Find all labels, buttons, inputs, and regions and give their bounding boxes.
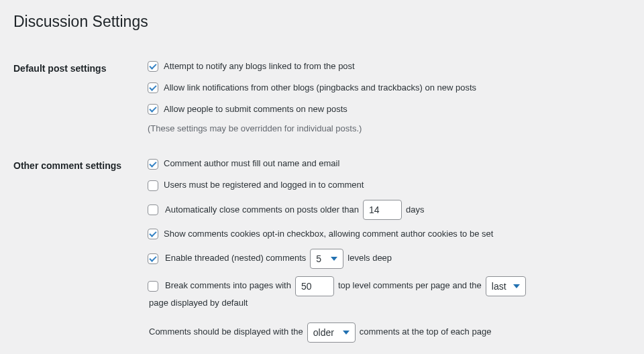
select-default-page[interactable]: last [486,276,526,296]
checkbox-threaded[interactable] [148,253,158,264]
input-comments-per-page[interactable] [295,276,334,296]
label-paginate-mid: top level comments per page and the [338,279,482,293]
default-post-note: (These settings may be overridden for in… [148,123,624,133]
checkbox-auto-close[interactable] [148,204,158,215]
checkbox-paginate[interactable] [148,281,158,292]
label-threaded-prefix: Enable threaded (nested) comments [165,251,306,266]
checkbox-allow-pingbacks[interactable] [148,82,158,93]
checkbox-allow-comments[interactable] [148,104,158,115]
label-order-prefix: Comments should be displayed with the [149,325,303,339]
label-allow-comments: Allow people to submit comments on new p… [164,103,347,117]
input-close-days[interactable] [363,200,402,220]
label-auto-close-prefix: Automatically close comments on posts ol… [165,203,359,217]
select-thread-depth[interactable]: 5 [310,249,343,269]
checkbox-cookies-optin[interactable] [148,229,158,239]
checkbox-notify-linked[interactable] [148,61,158,72]
label-order-suffix: comments at the top of each page [360,325,492,339]
label-threaded-suffix: levels deep [347,251,392,266]
label-require-registration: Users must be registered and logged in t… [164,178,364,192]
section-heading-other-comment: Other comment settings [13,147,148,354]
label-allow-pingbacks: Allow link notifications from other blog… [164,81,476,95]
select-comment-order[interactable]: older [307,322,356,343]
label-require-name-email: Comment author must fill out name and em… [164,157,339,171]
label-paginate-prefix: Break comments into pages with [165,279,291,293]
label-auto-close-suffix: days [406,203,424,217]
page-title: Discussion Settings [13,7,631,34]
checkbox-require-name-email[interactable] [148,159,158,170]
label-cookies-optin: Show comments cookies opt-in checkbox, a… [164,227,493,241]
section-heading-default-post: Default post settings [13,50,148,147]
checkbox-require-registration[interactable] [148,180,158,191]
label-paginate-suffix: page displayed by default [149,296,248,310]
label-notify-linked: Attempt to notify any blogs linked to fr… [164,60,355,74]
